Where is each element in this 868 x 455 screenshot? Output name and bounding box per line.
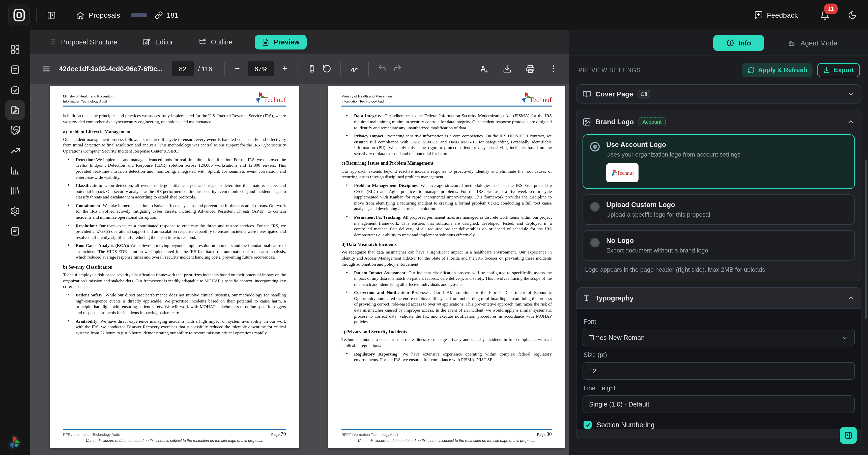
typography-section: Typography Font Times New Roman Size (pt…	[576, 287, 862, 439]
sidebar-item-pages[interactable]	[5, 221, 25, 241]
checkbox-checked[interactable]	[584, 421, 592, 429]
link-counter[interactable]: 181	[155, 11, 179, 19]
page-para: Technuf employs a risk-based severity cl…	[63, 272, 286, 290]
divider	[224, 62, 225, 76]
typography-header[interactable]: Typography	[577, 288, 861, 309]
sidebar-item-deals[interactable]	[5, 120, 25, 140]
tab-preview[interactable]: Preview	[255, 35, 307, 49]
redo-button[interactable]	[390, 61, 405, 76]
sidebar-item-tasks[interactable]	[5, 80, 25, 100]
top-bar: Proposals 181 Feedback 11	[0, 0, 868, 30]
tab-label: Preview	[274, 38, 300, 46]
page-header-text: Ministry of Health and Prevention Inform…	[341, 94, 392, 104]
pdf-canvas[interactable]: Ministry of Health and Prevention Inform…	[30, 84, 569, 455]
page-number-input[interactable]: 82	[172, 61, 193, 76]
line-height-select[interactable]: Single (1.0) - Default	[583, 395, 855, 413]
page-bullet: ●Detection: We implement and manage adva…	[63, 157, 286, 180]
page-content: is built on the same principles and prac…	[63, 113, 286, 429]
page-heading: e) Privacy and Security Incidents	[341, 329, 552, 335]
page-heading: c) Recurring Issues and Problem Manageme…	[341, 160, 552, 166]
rotate-button[interactable]	[319, 61, 334, 76]
page-bullet: ●Patient Impact Assessment: Our incident…	[341, 270, 552, 287]
page-heading: b) Severity Classification	[63, 264, 286, 270]
panel-tabs: Info Agent Mode	[569, 30, 868, 56]
tab-agent-mode[interactable]: Agent Mode	[784, 38, 840, 48]
more-options-button[interactable]	[546, 61, 561, 76]
page-bullet: ●Permanent Fix Tracking: All proposed pe…	[341, 215, 552, 238]
section-numbering-row[interactable]: Section Numbering	[584, 421, 854, 429]
clipboard-check-icon	[10, 85, 20, 95]
page-heading: d) Data Mismatch Incidents	[341, 241, 552, 248]
chevron-up-icon[interactable]	[847, 118, 855, 126]
checkbox-label: Section Numbering	[597, 421, 655, 428]
brand-logo-header[interactable]: Brand Logo Account	[577, 110, 861, 133]
cover-page-section[interactable]: Cover Page Off	[576, 84, 862, 104]
sidebar-item-proposal-editor[interactable]	[5, 100, 25, 120]
option-upload-custom-logo[interactable]: Upload Custom Logo Upload a specific log…	[583, 194, 855, 225]
divider	[36, 8, 37, 22]
page-bullet: ●Availability: We have direct experience…	[63, 318, 286, 336]
export-button[interactable]: Export	[817, 63, 860, 77]
zoom-in-button[interactable]: +	[278, 63, 291, 74]
radio-unselected[interactable]	[590, 238, 600, 248]
list-icon	[49, 38, 57, 46]
sidebar-item-settings[interactable]	[5, 201, 25, 221]
font-select[interactable]: Times New Roman	[583, 329, 855, 346]
feedback-button[interactable]: Feedback	[751, 10, 801, 20]
tab-info[interactable]: Info	[713, 35, 764, 51]
bar-chart-icon	[10, 166, 20, 176]
page-bullet: ●Problem Management Discipline: We lever…	[341, 183, 552, 212]
chevron-down-icon[interactable]	[847, 90, 855, 98]
app-logo[interactable]	[8, 4, 30, 26]
tab-proposal-structure[interactable]: Proposal Structure	[45, 37, 121, 47]
panel-scrollbar[interactable]	[865, 160, 867, 319]
undo-icon	[377, 64, 386, 73]
page-bullet: ●Patient Safety: While our direct past p…	[63, 293, 286, 316]
option-title: No Logo	[606, 237, 708, 245]
panel-section-title: PREVIEW SETTINGS	[579, 67, 641, 73]
theme-toggle-button[interactable]	[845, 7, 860, 23]
page-bullet: ●Resolution: Our team executes a coordin…	[63, 223, 286, 240]
page-total: / 116	[198, 65, 212, 73]
option-use-account-logo[interactable]: Use Account Logo Uses your organization …	[583, 134, 855, 189]
zoom-level[interactable]: 67%	[248, 61, 274, 76]
technuf-pinwheel-logo[interactable]	[8, 436, 22, 449]
collapse-panel-button[interactable]	[840, 427, 857, 444]
page-bullet: ●Correction and Notification Processes: …	[341, 290, 552, 325]
print-button[interactable]	[523, 61, 538, 77]
tab-editor[interactable]: Editor	[140, 37, 176, 47]
breadcrumb-skeleton-pill	[131, 13, 148, 17]
zoom-out-button[interactable]: −	[231, 63, 244, 74]
chevron-up-icon[interactable]	[847, 294, 855, 302]
tab-label: Proposal Structure	[61, 38, 118, 46]
link-icon	[155, 11, 163, 19]
sidebar-toggle-button[interactable]	[44, 7, 59, 23]
radio-selected[interactable]	[590, 142, 600, 151]
dashboard-grid-icon	[10, 45, 20, 55]
tab-label: Editor	[155, 38, 173, 46]
pdf-menu-button[interactable]	[38, 61, 54, 77]
breadcrumb[interactable]: Proposals	[76, 11, 148, 20]
radio-unselected[interactable]	[590, 202, 600, 211]
pdf-page-79: Ministry of Health and Prevention Inform…	[50, 86, 299, 448]
apply-refresh-button[interactable]: Apply & Refresh	[742, 63, 813, 77]
page-footer: RFP# Information Technology Audit Page79…	[63, 429, 286, 443]
section-title: Cover Page	[596, 90, 633, 98]
sidebar-item-analytics[interactable]	[5, 140, 25, 161]
download-button[interactable]	[499, 61, 515, 77]
undo-button[interactable]	[374, 61, 390, 76]
scroll-mode-button[interactable]	[304, 61, 319, 76]
page-para: Technuf maintains a constant state of re…	[341, 337, 552, 348]
moon-icon	[848, 10, 857, 20]
sidebar-item-dashboard[interactable]	[5, 39, 25, 60]
sidebar-item-library[interactable]	[5, 181, 25, 201]
text-annotation-button[interactable]	[476, 61, 492, 77]
menu-icon	[41, 64, 51, 74]
document-icon	[10, 226, 20, 236]
draw-button[interactable]	[347, 61, 362, 76]
tab-outline[interactable]: Outline	[195, 37, 236, 47]
sidebar-item-reports[interactable]	[5, 161, 25, 181]
size-input[interactable]: 12	[583, 362, 855, 380]
option-no-logo[interactable]: No Logo Export document without a brand …	[583, 230, 855, 261]
sidebar-item-documents[interactable]	[5, 60, 25, 80]
